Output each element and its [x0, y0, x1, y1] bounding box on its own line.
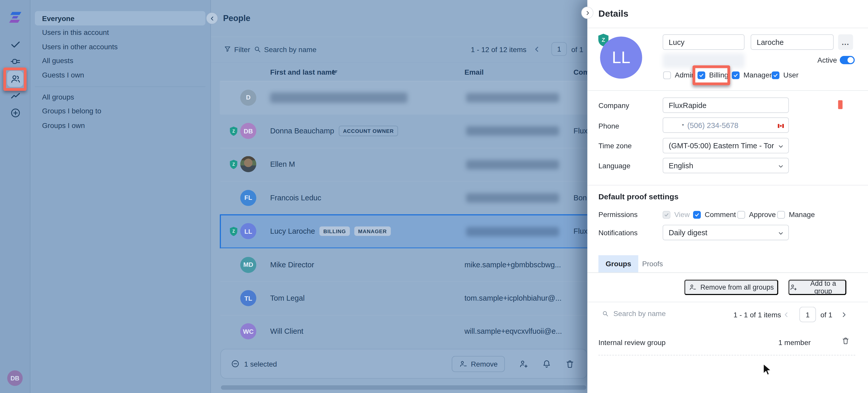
- table-row-redacted[interactable]: D: [211, 81, 587, 114]
- phone-input[interactable]: ▾ (506) 234-5678: [662, 118, 789, 133]
- active-toggle[interactable]: [840, 56, 855, 64]
- person-minus-icon: [689, 283, 696, 291]
- rail-item-integrations[interactable]: [7, 53, 23, 69]
- flag-dropdown-caret[interactable]: ▾: [682, 123, 684, 127]
- checkbox-approve[interactable]: Approve: [738, 210, 776, 218]
- sidebar-item-everyone[interactable]: Everyone: [35, 11, 206, 25]
- comment-checkbox[interactable]: [693, 211, 701, 218]
- sort-ascending-icon[interactable]: [330, 68, 339, 76]
- minus-circle-icon[interactable]: [231, 359, 240, 368]
- profile-avatar: LL: [600, 36, 642, 79]
- row-name: Mike Director: [270, 261, 314, 269]
- last-name-input[interactable]: [750, 34, 834, 50]
- add-to-group-button[interactable]: Add to a group: [788, 280, 846, 295]
- table-row-francois-leduc[interactable]: FLFrancois LeducBon L: [211, 181, 587, 214]
- groups-next-icon[interactable]: [840, 311, 847, 319]
- view-checkbox: [662, 211, 670, 218]
- redacted-email: [466, 160, 559, 169]
- remove-from-all-groups-button[interactable]: Remove from all groups: [684, 280, 778, 295]
- checkbox-admin[interactable]: Admin: [663, 71, 695, 79]
- sidebar-item-all-groups[interactable]: All groups: [35, 90, 206, 104]
- column-header-company[interactable]: Company: [574, 68, 587, 76]
- chart-icon: [10, 91, 21, 101]
- group-member-count: 1 member: [778, 338, 810, 346]
- checkbox-comment[interactable]: Comment: [693, 210, 736, 218]
- sidebar-collapse-button[interactable]: [206, 12, 218, 24]
- checkbox-manage[interactable]: Manage: [777, 210, 815, 218]
- first-name-input[interactable]: [662, 34, 744, 50]
- sidebar-item-users-in-this-account[interactable]: Users in this account: [35, 25, 206, 39]
- ziflow-logo[interactable]: [8, 10, 23, 25]
- redacted-email: [466, 93, 559, 102]
- checkbox-manager[interactable]: Manager: [732, 71, 772, 79]
- page-number-input[interactable]: [552, 42, 567, 56]
- sidebar-divider: [35, 86, 206, 87]
- sidebar-item-users-in-other-accounts[interactable]: Users in other accounts: [35, 39, 206, 54]
- pagination-prev-icon[interactable]: [533, 46, 541, 53]
- role-badge: BILLING: [319, 226, 350, 236]
- column-header-email[interactable]: Email: [465, 68, 484, 76]
- row-email: mike.sample+gbmbbscbwg...: [465, 248, 561, 281]
- search-by-name[interactable]: Search by name: [253, 45, 316, 54]
- filter-button[interactable]: Filter: [224, 45, 250, 54]
- tab-proofs[interactable]: Proofs: [635, 255, 670, 272]
- sidebar-item-groups-i-own[interactable]: Groups I own: [35, 118, 206, 132]
- people-main: People Filter Search by name 1 - 12 of 1…: [211, 0, 587, 393]
- sidebar-item-guests-i-own[interactable]: Guests I own: [35, 68, 206, 82]
- table-row-tom-legal[interactable]: TLTom Legaltom.sample+icplohbiahur@...: [211, 281, 587, 315]
- table-row-donna-beauchamp[interactable]: ZDBDonna BeauchampACCOUNT OWNERFluxRapid…: [211, 114, 587, 148]
- group-row-name[interactable]: Internal review group: [598, 338, 665, 346]
- tab-groups[interactable]: Groups: [598, 255, 639, 272]
- user-checkbox[interactable]: [772, 71, 779, 79]
- details-panel: Details Z LL ... Active AdminBillingMana…: [587, 0, 868, 393]
- sidebar-item-all-guests[interactable]: All guests: [35, 54, 206, 68]
- approve-checkbox[interactable]: [738, 211, 745, 218]
- redacted-email: [466, 227, 559, 236]
- ziflow-shield-icon: Z: [229, 114, 238, 148]
- groups-of-label: of 1: [820, 307, 832, 322]
- details-collapse-button[interactable]: [581, 7, 593, 19]
- sidebar-item-groups-i-belong-to[interactable]: Groups I belong to: [35, 104, 206, 118]
- user-avatar[interactable]: DB: [7, 370, 23, 386]
- more-options-button[interactable]: ...: [838, 34, 853, 50]
- table-row-ellen-m[interactable]: ZEllen M: [211, 148, 587, 181]
- table-row-mike-director[interactable]: MDMike Directormike.sample+gbmbbscbwg...: [211, 248, 587, 281]
- row-avatar: MD: [240, 257, 256, 273]
- row-name: Donna Beauchamp: [270, 127, 334, 135]
- manager-checkbox[interactable]: [732, 71, 740, 79]
- language-select[interactable]: English: [662, 158, 789, 173]
- checkbox-user[interactable]: User: [772, 71, 799, 79]
- phone-value[interactable]: (506) 234-5678: [687, 121, 738, 129]
- trash-icon[interactable]: [565, 359, 575, 369]
- groups-prev-icon[interactable]: [783, 311, 790, 319]
- rail-item-proofs[interactable]: [7, 36, 23, 52]
- bell-icon[interactable]: [542, 359, 552, 369]
- pagination-summary: 1 - 12 of 12 items: [471, 46, 527, 54]
- role-badge: ACCOUNT OWNER: [339, 126, 398, 136]
- admin-checkbox[interactable]: [663, 71, 671, 79]
- timezone-select[interactable]: (GMT-05:00) Eastern Time - Toro...: [662, 138, 789, 153]
- canada-flag-icon[interactable]: [668, 122, 679, 129]
- groups-page-input[interactable]: [799, 307, 816, 322]
- groups-pagination-summary: 1 - 1 of 1 items: [734, 307, 781, 322]
- plus-circle-icon: [10, 107, 21, 118]
- remove-button[interactable]: Remove: [452, 356, 505, 372]
- redacted-name: [270, 92, 407, 103]
- plug-icon: [10, 56, 21, 67]
- rail-item-create[interactable]: [7, 105, 23, 121]
- trash-icon[interactable]: [841, 337, 849, 346]
- column-header-name[interactable]: First and last name: [270, 68, 336, 76]
- checkbox-view: View: [662, 210, 690, 218]
- notifications-select[interactable]: Daily digest: [662, 225, 789, 240]
- horizontal-scrollbar[interactable]: [221, 385, 586, 390]
- table-row-lucy-laroche[interactable]: ZLLLucy LarocheBILLINGMANAGERFluxRapide: [211, 214, 587, 248]
- company-input[interactable]: [662, 97, 789, 113]
- manage-checkbox[interactable]: [777, 211, 785, 218]
- person-minus-icon: [459, 360, 467, 368]
- groups-search[interactable]: Search by name: [602, 309, 666, 318]
- row-email: will.sample+eqvcxvlfuoii@e...: [465, 315, 562, 349]
- table-row-will-client[interactable]: WCWill Clientwill.sample+eqvcxvlfuoii@e.…: [211, 315, 587, 349]
- ziflow-shield-icon: Z: [229, 148, 238, 181]
- row-avatar: TL: [240, 290, 256, 306]
- person-plus-icon[interactable]: [519, 359, 528, 369]
